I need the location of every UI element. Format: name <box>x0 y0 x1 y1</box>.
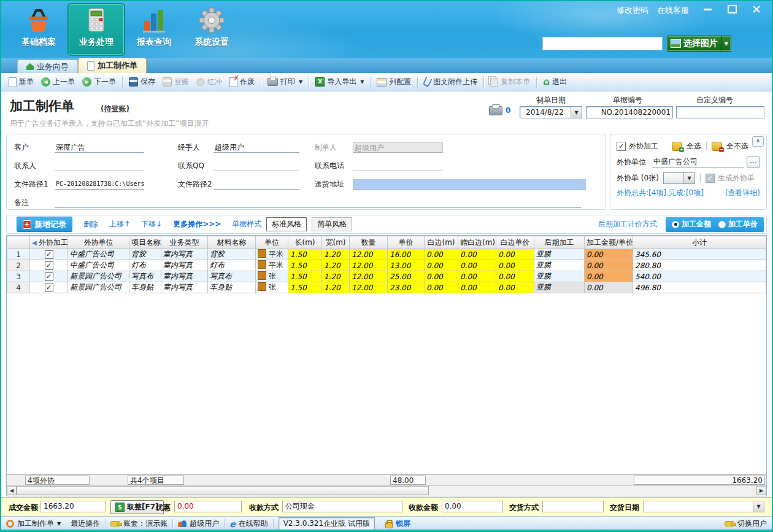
cell-unit[interactable]: 平米 <box>256 260 288 271</box>
status-link[interactable]: (待登账) <box>101 104 129 114</box>
cell-material-name[interactable]: 背胶 <box>208 249 256 260</box>
collapse-icon[interactable]: ∧ <box>752 136 764 147</box>
add-record-button[interactable]: + 新增记录 <box>17 217 72 232</box>
close-button[interactable]: ✕ <box>750 4 763 15</box>
print-button[interactable]: 打印▼ <box>264 75 306 89</box>
attachment-upload-button[interactable]: 图文附件上传 <box>420 75 481 89</box>
exit-button[interactable]: ⌂退出 <box>539 75 571 89</box>
header-subtotal[interactable]: 小计 <box>633 236 766 249</box>
new-button[interactable]: 新单 <box>5 75 37 89</box>
row-outsource-checkbox[interactable]: ✓ <box>30 271 68 282</box>
register-button[interactable]: 登账 <box>159 75 193 89</box>
contact-field[interactable] <box>55 161 144 171</box>
header-post-process[interactable]: 后期加工 <box>534 236 585 249</box>
cell-business-type[interactable]: 室内写真 <box>161 271 208 282</box>
cell-length[interactable]: 1.50 <box>288 260 322 271</box>
cell-length[interactable]: 1.50 <box>288 249 322 260</box>
customer-field[interactable]: 深度广告 <box>55 142 144 153</box>
pricing-unit-radio[interactable]: 加工单价 <box>718 219 758 229</box>
date-combobox[interactable]: 2014/8/22 ▼ <box>520 106 582 118</box>
row-outsource-checkbox[interactable]: ✓ <box>30 282 68 293</box>
account-set-item[interactable]: 账套：演示账 <box>110 519 167 529</box>
nav-item-reports[interactable]: 报表查询 <box>125 3 183 56</box>
chevron-down-icon[interactable]: ▼ <box>683 173 694 183</box>
cell-business-type[interactable]: 室内写真 <box>161 249 208 260</box>
cell-unit[interactable]: 张 <box>256 282 288 293</box>
cell-margin[interactable]: 0.00 <box>425 271 458 282</box>
lock-screen-button[interactable]: 锁屏 <box>385 519 410 529</box>
custom-no-input[interactable] <box>676 106 764 118</box>
nav-item-business[interactable]: 业务处理 <box>67 3 125 56</box>
next-button[interactable]: ▶下一单 <box>79 75 120 89</box>
move-up-button[interactable]: 上移↑ <box>109 219 130 229</box>
pay-amount-field[interactable]: 0.00 <box>442 501 503 512</box>
online-service-link[interactable]: 在线客服 <box>657 5 689 16</box>
delivery-date-combobox[interactable]: ▼ <box>643 501 764 512</box>
cell-project-name[interactable]: 灯布 <box>129 260 161 271</box>
doc-menu-button[interactable]: 加工制作单 ▼ <box>6 519 61 529</box>
cell-quantity[interactable]: 12.00 <box>350 271 388 282</box>
phone-field[interactable] <box>353 161 443 171</box>
cell-outsource-unit[interactable]: 新景园广告公司 <box>68 271 129 282</box>
header-margin[interactable]: 白边(m) <box>425 236 458 249</box>
delivery-method-field[interactable] <box>542 501 604 512</box>
current-user-item[interactable]: 超级用户 <box>178 519 219 529</box>
recent-actions-button[interactable]: 最近操作 <box>71 519 100 529</box>
scroll-left-icon[interactable]: ◀ <box>7 486 17 495</box>
header-length[interactable]: 长(m) <box>288 236 322 249</box>
cell-unit-price[interactable]: 25.00 <box>388 271 425 282</box>
more-actions-button[interactable]: 更多操作>>> <box>173 219 221 229</box>
pricing-amount-radio[interactable]: 加工金额 <box>672 219 711 229</box>
tab-business-wizard[interactable]: 业务向导 <box>17 60 78 73</box>
cell-margin-price[interactable]: 0.00 <box>496 282 534 293</box>
cell-project-name[interactable]: 车身贴 <box>129 282 161 293</box>
cell-post-process[interactable]: 亚膜 <box>534 271 585 282</box>
handler-field[interactable]: 超级用户 <box>213 142 299 153</box>
nav-item-base-archive[interactable]: 基础档案 <box>10 3 67 56</box>
cell-project-name[interactable]: 写真布 <box>129 271 161 282</box>
outsource-checkbox[interactable]: ✓ <box>617 142 626 151</box>
cell-outsource-unit[interactable]: 中盛广告公司 <box>68 260 129 271</box>
cell-post-process[interactable]: 亚膜 <box>534 260 585 271</box>
cell-margin-price[interactable]: 0.00 <box>496 249 534 260</box>
cell-unit-price[interactable]: 23.00 <box>388 282 425 293</box>
outsource-order-combobox[interactable]: ▼ <box>663 172 695 184</box>
header-unit-price[interactable]: 单价 <box>388 236 425 249</box>
cell-free-margin[interactable]: 0.00 <box>458 282 496 293</box>
note-field[interactable] <box>55 198 581 208</box>
minimize-button[interactable] <box>701 4 714 15</box>
cell-post-process[interactable]: 亚膜 <box>534 282 585 293</box>
move-down-button[interactable]: 下移↓ <box>141 219 162 229</box>
cell-width[interactable]: 1.20 <box>322 249 350 260</box>
header-free-margin[interactable]: 赠白边(m) <box>458 236 496 249</box>
row-outsource-checkbox[interactable]: ✓ <box>30 260 68 271</box>
header-margin-price[interactable]: 白边单价 <box>496 236 534 249</box>
cell-margin[interactable]: 0.00 <box>425 260 458 271</box>
cell-free-margin[interactable]: 0.00 <box>458 260 496 271</box>
scrollbar-thumb[interactable] <box>17 486 429 495</box>
qq-field[interactable] <box>213 161 299 171</box>
view-detail-link[interactable]: (查看详细) <box>725 188 760 198</box>
copy-order-button[interactable]: 复制本单 <box>486 75 534 89</box>
cell-length[interactable]: 1.50 <box>288 271 322 282</box>
cell-quantity[interactable]: 12.00 <box>350 282 388 293</box>
tab-processing-order[interactable]: 加工制作单 <box>78 58 147 73</box>
address-field[interactable] <box>353 179 586 190</box>
select-all-icon[interactable]: + <box>672 142 682 151</box>
cell-process-amount[interactable]: 0.00 <box>585 260 633 271</box>
choose-image-button[interactable]: 选择图片 ▼ <box>667 36 731 52</box>
cell-width[interactable]: 1.20 <box>322 282 350 293</box>
cell-unit-price[interactable]: 16.00 <box>388 249 425 260</box>
scroll-right-icon[interactable]: ▶ <box>756 486 766 495</box>
void-button[interactable]: 作废 <box>226 75 258 89</box>
discount-field[interactable]: 0.00 <box>174 501 242 512</box>
save-button[interactable]: 保存 <box>125 75 159 89</box>
image-search-input[interactable] <box>542 37 663 50</box>
header-project-name[interactable]: 项目名称 <box>129 236 161 249</box>
header-process-amount[interactable]: 加工金额/单价 <box>585 236 633 249</box>
header-outsource[interactable]: ◀外协加工 <box>30 236 68 249</box>
cell-unit-price[interactable]: 13.00 <box>388 260 425 271</box>
cell-material-name[interactable]: 灯布 <box>208 260 256 271</box>
cell-quantity[interactable]: 12.00 <box>350 249 388 260</box>
cell-margin-price[interactable]: 0.00 <box>496 271 534 282</box>
